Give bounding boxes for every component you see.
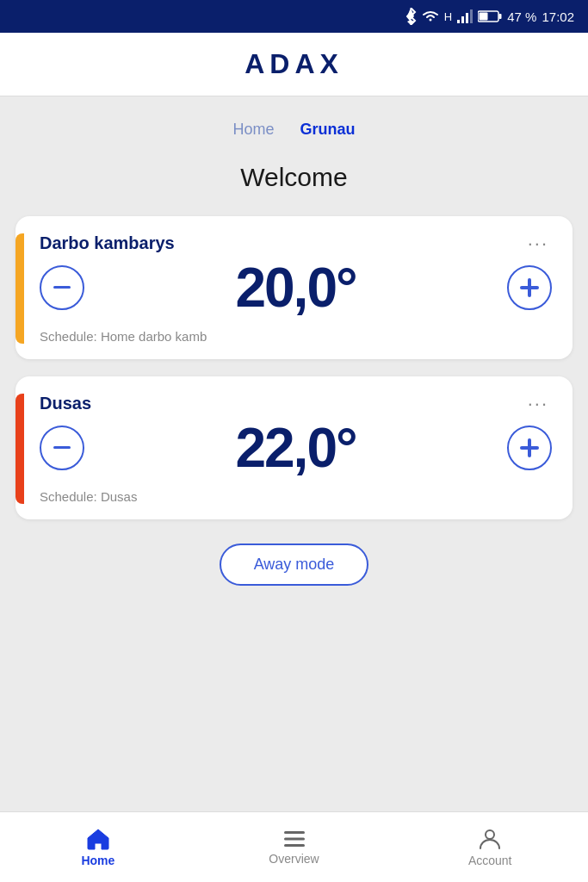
- temp-row-darbo: 20,0°: [40, 260, 552, 315]
- svg-rect-14: [284, 837, 305, 840]
- wifi-icon: [422, 9, 439, 23]
- signal-bars-icon: [457, 9, 473, 23]
- schedule-darbo: Schedule: Home darbo kamb: [40, 329, 552, 344]
- welcome-heading: Welcome: [0, 149, 588, 216]
- increase-temp-dusas[interactable]: [507, 425, 552, 470]
- bottom-nav: Home Overview Account: [0, 811, 588, 882]
- nav-account-label: Account: [468, 854, 512, 867]
- increase-temp-darbo[interactable]: [507, 265, 552, 310]
- svg-rect-2: [466, 13, 468, 23]
- more-options-darbo[interactable]: ···: [524, 234, 552, 253]
- decrease-temp-darbo[interactable]: [40, 265, 84, 310]
- temp-value-darbo: 20,0°: [235, 260, 356, 315]
- card-body-dusas: Dusas ··· 22,0°: [40, 394, 552, 504]
- nav-overview[interactable]: Overview: [196, 812, 393, 882]
- svg-rect-7: [53, 286, 71, 289]
- svg-rect-9: [520, 286, 539, 289]
- account-icon: [479, 828, 501, 850]
- svg-rect-13: [284, 831, 305, 834]
- svg-rect-3: [470, 9, 473, 23]
- overview-icon: [282, 829, 306, 848]
- svg-rect-5: [480, 13, 488, 21]
- decrease-temp-dusas[interactable]: [40, 425, 84, 470]
- home-icon: [86, 828, 110, 850]
- adax-logo: ADAX: [244, 48, 344, 80]
- nav-overview-label: Overview: [269, 852, 319, 866]
- device-card-darbo: Darbo kambarys ··· 20,0°: [15, 216, 573, 359]
- main-content: Home Grunau Welcome Darbo kambarys ···: [0, 96, 588, 882]
- card-accent-orange: [15, 394, 24, 504]
- more-options-dusas[interactable]: ···: [524, 394, 552, 413]
- card-accent-yellow: [15, 233, 24, 344]
- location-tabs: Home Grunau: [0, 96, 588, 149]
- svg-point-16: [486, 830, 494, 839]
- away-mode-button[interactable]: Away mode: [220, 543, 369, 586]
- svg-rect-6: [499, 14, 502, 19]
- bluetooth-icon: [405, 8, 417, 25]
- device-name-darbo: Darbo kambarys: [40, 233, 175, 253]
- svg-rect-12: [520, 446, 539, 450]
- temp-value-dusas: 22,0°: [235, 420, 356, 475]
- battery-icon: [478, 10, 502, 22]
- clock: 17:02: [542, 9, 574, 24]
- nav-home[interactable]: Home: [0, 812, 196, 882]
- signal-icon: H: [444, 10, 452, 23]
- tab-home[interactable]: Home: [232, 117, 274, 142]
- svg-rect-0: [457, 20, 460, 23]
- svg-rect-1: [461, 16, 464, 23]
- device-card-dusas: Dusas ··· 22,0°: [15, 376, 573, 519]
- device-name-dusas: Dusas: [40, 394, 91, 413]
- nav-home-label: Home: [81, 854, 115, 867]
- status-bar: H 47 % 17:02: [0, 0, 588, 33]
- app-header: ADAX: [0, 33, 588, 96]
- svg-rect-15: [284, 844, 305, 847]
- away-mode-container: Away mode: [0, 519, 588, 603]
- card-body-darbo: Darbo kambarys ··· 20,0°: [40, 233, 552, 344]
- tab-grunau[interactable]: Grunau: [300, 117, 356, 142]
- nav-account[interactable]: Account: [392, 812, 588, 882]
- battery-percent: 47 %: [507, 9, 536, 24]
- card-header-darbo: Darbo kambarys ···: [40, 233, 552, 253]
- devices-list: Darbo kambarys ··· 20,0°: [0, 216, 588, 519]
- svg-rect-10: [53, 446, 71, 449]
- status-icons: H 47 % 17:02: [405, 8, 574, 25]
- schedule-dusas: Schedule: Dusas: [40, 489, 552, 504]
- temp-row-dusas: 22,0°: [40, 420, 552, 475]
- card-header-dusas: Dusas ···: [40, 394, 552, 413]
